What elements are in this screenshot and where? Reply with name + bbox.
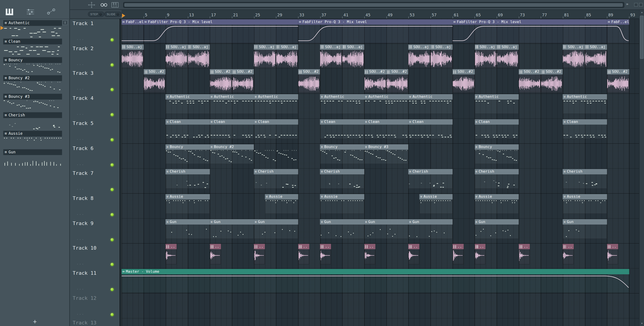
sou-2-clip[interactable]: SOU..#2 [298, 69, 320, 93]
hit-clip[interactable]: .. [298, 244, 309, 265]
hit-clip[interactable]: .. [607, 244, 618, 265]
sou-aj-clip[interactable]: SOU..aj [254, 44, 276, 68]
timeline-ruler[interactable]: 5913172125293337414549535761656973778185… [122, 10, 639, 19]
sou-2-clip[interactable]: SOU..#2 [607, 69, 629, 93]
fabfilter-pro-q-3-mix-level-clip[interactable]: ∞FabFilter Pro-Q 3 - Mix level [452, 19, 607, 43]
cherish-clip[interactable]: ≡Cherish [408, 169, 452, 189]
clean-clip[interactable]: ≡Clean [254, 119, 298, 139]
sou-aj-clip[interactable]: SOU..aj [166, 44, 188, 68]
pattern-clip[interactable] [254, 144, 298, 164]
track-options-dots[interactable]: ... [76, 136, 84, 140]
clean-clip[interactable]: ≡Clean [210, 119, 254, 139]
clean-clip[interactable]: ≡Clean [474, 119, 518, 139]
sou-2-clip[interactable]: SOU..#2 [232, 69, 254, 93]
sou-aj-clip[interactable]: SOU..aj [276, 44, 298, 68]
fabf-el-clip[interactable]: ∞FabF..el [607, 19, 629, 43]
sou-aj-clip[interactable]: SOU..aj [430, 44, 452, 68]
sliders-icon[interactable] [26, 8, 35, 17]
sou-2-clip[interactable]: SOU..#2 [452, 69, 475, 93]
piano-roll-icon[interactable] [5, 8, 14, 17]
track-enable-led[interactable] [110, 238, 114, 241]
sou-aj-clip[interactable]: SOU..aj [497, 44, 519, 68]
automation-node-icon[interactable] [46, 8, 56, 17]
authentic-clip[interactable]: ≡Authentic [210, 94, 254, 114]
clean-clip[interactable]: ≡Clean [364, 119, 408, 139]
link-icon[interactable] [100, 1, 108, 10]
track-options-dots[interactable]: ... [76, 261, 84, 265]
picker-item-bouncy-2[interactable]: ≡Bouncy #2 [3, 75, 62, 81]
track-row-12[interactable]: Track 12... [70, 293, 119, 318]
track-enable-led[interactable] [110, 138, 114, 141]
track-options-dots[interactable]: ... [76, 286, 84, 290]
horizontal-scrollbar[interactable] [123, 2, 624, 8]
track-enable-led[interactable] [110, 213, 114, 216]
track-enable-led[interactable] [110, 88, 114, 92]
slide-knob[interactable] [117, 13, 119, 16]
track-row-3[interactable]: Track 3... [70, 69, 119, 94]
track-row-11[interactable]: Track 11... [70, 268, 119, 293]
track-enable-led[interactable] [110, 263, 114, 266]
sou-2-clip[interactable]: SOU..#2 [364, 69, 386, 93]
gun-clip[interactable]: ≡Gun [254, 219, 298, 239]
authentic-clip[interactable]: ≡Authentic [254, 94, 298, 114]
track-enable-led[interactable] [110, 163, 114, 166]
track-enable-led[interactable] [110, 113, 114, 116]
fabfilter-pro-q-3-mix-level-clip[interactable]: ∞FabFilter Pro-Q 3 - Mix level [144, 19, 298, 43]
picker-scrollbar[interactable] [62, 20, 68, 25]
cherish-clip[interactable]: ≡Cherish [474, 169, 518, 189]
toolbar-mini-icon[interactable] [634, 3, 638, 7]
gun-clip[interactable]: ≡Gun [408, 219, 452, 239]
picker-item-bouncy[interactable]: ≡Bouncy [3, 57, 62, 63]
track-row-8[interactable]: Track 8... [70, 194, 119, 219]
track-row-10[interactable]: Track 10... [70, 244, 119, 268]
authentic-clip[interactable]: ≡Authentic [474, 94, 518, 114]
cherish-clip[interactable]: ≡Cherish [166, 169, 210, 189]
track-row-6[interactable]: Track 6... [70, 144, 119, 169]
clean-clip[interactable]: ≡Clean [320, 119, 364, 139]
gun-clip[interactable]: ≡Gun [474, 219, 518, 239]
gun-clip[interactable]: ≡Gun [320, 219, 364, 239]
aussie-clip[interactable]: ≡Aussie [166, 194, 210, 214]
bouncy-clip[interactable]: ≡Bouncy [166, 144, 210, 164]
track-enable-led[interactable] [110, 63, 114, 67]
sou-2-clip[interactable]: SOU..#2 [210, 69, 232, 93]
authentic-clip[interactable]: ≡Authentic [320, 94, 364, 114]
vertical-scrollbar-thumb[interactable] [640, 16, 644, 59]
scroll-down-icon[interactable]: ▾ [640, 321, 644, 326]
hit-clip[interactable]: .. [320, 244, 331, 265]
vertical-scrollbar[interactable]: ▴ ▾ [639, 10, 644, 326]
toolbar-mini-icon[interactable] [639, 3, 643, 7]
cherish-clip[interactable]: ≡Cherish [563, 169, 607, 189]
add-pattern-button[interactable]: + [0, 318, 70, 325]
hit-clip[interactable]: .. [166, 244, 177, 265]
picker-item-cherish[interactable]: ≡Cherish [3, 112, 62, 118]
sou-aj-clip[interactable]: SOU..aj [474, 44, 497, 68]
gun-clip[interactable]: ≡Gun [364, 219, 408, 239]
bouncy-clip[interactable]: ≡Bouncy [474, 144, 518, 164]
hit-clip[interactable]: .. [408, 244, 419, 265]
track-options-dots[interactable]: ... [76, 37, 84, 41]
track-options-dots[interactable]: ... [76, 311, 84, 315]
master-volume-clip[interactable]: ∞Master - Volume [122, 269, 629, 293]
sou-aj-clip[interactable]: SOU..aj [320, 44, 342, 68]
scroll-up-icon[interactable]: ▴ [640, 10, 644, 15]
hit-clip[interactable]: .. [364, 244, 375, 265]
clean-clip[interactable]: ≡Clean [563, 119, 607, 139]
picker-item-gun[interactable]: ≡Gun [3, 149, 62, 155]
cherish-clip[interactable]: ≡Cherish [320, 169, 364, 189]
scroll-right-icon[interactable]: » [626, 2, 628, 6]
track-enable-led[interactable] [110, 188, 114, 192]
sou-aj-clip[interactable]: SOU..aj [188, 44, 210, 68]
aussie-clip[interactable]: ≡Aussie [474, 194, 518, 214]
track-row-1[interactable]: Track 1... [70, 19, 119, 44]
gun-clip[interactable]: ≡Gun [210, 219, 254, 239]
fabfilter-pro-q-3-mix-level-clip[interactable]: ∞FabFilter Pro-Q 3 - Mix level [298, 19, 452, 43]
playlist-grid[interactable]: ∞FabF..el∞FabFilter Pro-Q 3 - Mix level∞… [122, 19, 639, 326]
track-enable-led[interactable] [110, 313, 114, 316]
sou-aj-clip[interactable]: SOU..aj [122, 44, 144, 68]
sou-aj-clip[interactable]: SOU..aj [563, 44, 585, 68]
step-knob[interactable] [99, 13, 102, 16]
slide-toggle[interactable]: SLIDE [104, 12, 122, 17]
aussie-clip[interactable]: ≡Aussie [420, 194, 452, 214]
authentic-clip[interactable]: ≡Authentic [563, 94, 607, 114]
